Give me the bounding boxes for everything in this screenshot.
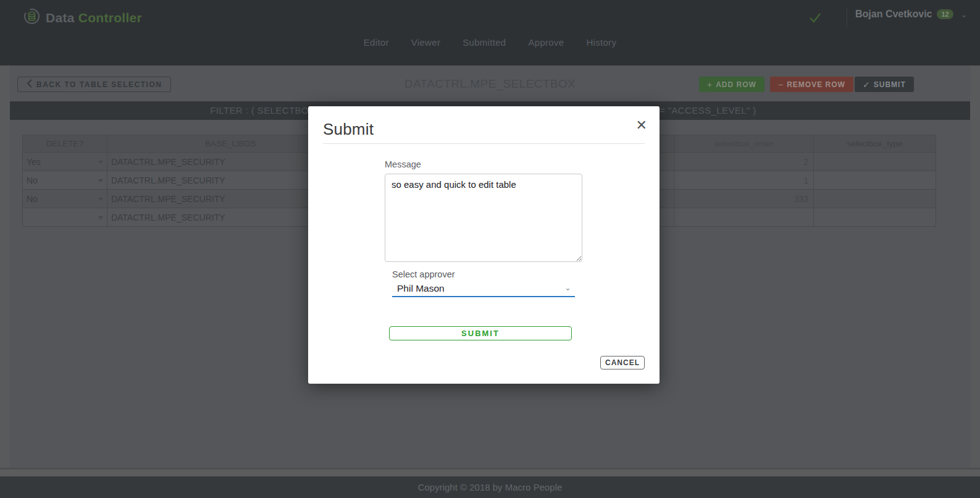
column-header-delete: DELETE? [23, 135, 107, 153]
delete-cell[interactable]: No [23, 190, 107, 208]
tab-submitted[interactable]: Submitted [463, 37, 506, 48]
tab-viewer[interactable]: Viewer [411, 37, 440, 48]
plus-icon: + [707, 80, 713, 90]
dropdown-caret-icon [98, 179, 103, 182]
tab-approve[interactable]: Approve [528, 37, 564, 48]
add-row-label: ADD ROW [716, 80, 756, 89]
remove-row-label: REMOVE ROW [787, 80, 845, 89]
selectbox-type-cell[interactable] [814, 153, 936, 171]
modal-submit-button[interactable]: SUBMIT [389, 326, 572, 340]
selectbox-order-cell[interactable]: 333 [674, 190, 814, 208]
add-row-button[interactable]: + ADD ROW [699, 77, 764, 92]
copyright-text: Copyright © 2018 by Macro People [418, 482, 563, 492]
approver-select[interactable]: Phil Mason ⌄ [392, 281, 575, 297]
logo-word-controller: Controller [78, 11, 142, 25]
close-icon[interactable]: ✕ [636, 119, 647, 132]
remove-row-button[interactable]: − REMOVE ROW [770, 77, 853, 92]
modal-cancel-button[interactable]: CANCEL [600, 356, 645, 369]
toolbar-submit-button[interactable]: ✓ SUBMIT [855, 77, 914, 92]
selectbox-order-cell[interactable] [674, 208, 814, 227]
message-label: Message [385, 159, 421, 169]
selectbox-type-cell[interactable] [814, 208, 936, 227]
selectbox-order-cell[interactable]: 1 [674, 171, 814, 190]
dropdown-caret-icon [98, 198, 103, 201]
status-check-icon [808, 10, 823, 27]
filter-text-left: FILTER : ( SELECTBO [10, 105, 309, 116]
delete-cell[interactable]: No [23, 171, 107, 190]
app-logo[interactable]: DataController [23, 8, 142, 27]
delete-cell[interactable] [23, 208, 107, 227]
database-logo-icon [23, 8, 40, 27]
filter-text-right: = "ACCESS_LEVEL" ) [660, 105, 756, 116]
submit-modal: Submit ✕ Message so easy and quick to ed… [308, 106, 660, 384]
column-header-selectbox-order: selectbox_order [674, 135, 814, 153]
message-textarea[interactable]: so easy and quick to edit table [385, 174, 582, 262]
selectbox-order-cell[interactable]: 2 [674, 153, 814, 171]
selectbox-type-cell[interactable] [814, 171, 936, 190]
header-divider [847, 7, 847, 27]
chevron-down-icon: ⌄ [564, 283, 571, 292]
cell-value: No [27, 175, 38, 185]
user-menu[interactable]: Bojan Cvetkovic 12 ⌄ [855, 9, 968, 20]
minus-icon: − [778, 80, 784, 90]
dropdown-caret-icon [98, 161, 103, 164]
main-nav: Editor Viewer Submitted Approve History [0, 37, 980, 48]
user-badge: 12 [937, 9, 953, 19]
cell-value: No [27, 194, 38, 204]
app-footer: Copyright © 2018 by Macro People [0, 476, 980, 498]
modal-title: Submit [323, 120, 374, 139]
user-name: Bojan Cvetkovic [855, 9, 932, 20]
dropdown-caret-icon [98, 216, 103, 219]
approver-selected-value: Phil Mason [392, 283, 445, 294]
modal-title-divider [323, 143, 645, 144]
toolbar-submit-label: SUBMIT [874, 80, 906, 89]
check-icon: ✓ [863, 80, 871, 90]
column-header-selectbox-type: selectbox_type [814, 135, 936, 153]
tab-editor[interactable]: Editor [364, 37, 389, 48]
chevron-down-icon: ⌄ [961, 10, 968, 19]
app-header: DataController Bojan Cvetkovic 12 ⌄ Edit… [0, 0, 980, 65]
logo-text: DataController [46, 11, 142, 25]
tab-history[interactable]: History [586, 37, 616, 48]
footer-strip [0, 470, 980, 476]
cell-value: Yes [27, 157, 41, 167]
selectbox-type-cell[interactable] [814, 190, 936, 208]
delete-cell[interactable]: Yes [23, 153, 107, 171]
logo-word-data: Data [46, 11, 75, 25]
approver-label: Select approver [392, 269, 455, 279]
